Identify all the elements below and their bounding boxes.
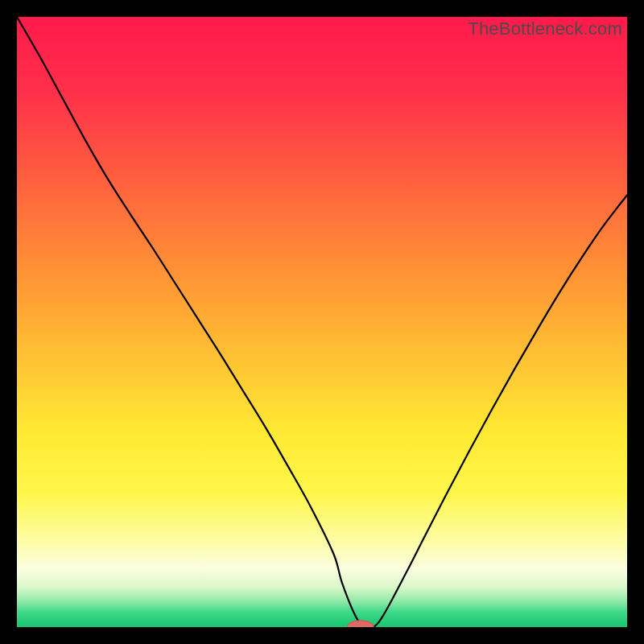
watermark-text: TheBottleneck.com	[468, 19, 622, 39]
chart-frame: TheBottleneck.com	[17, 17, 627, 627]
gradient-background	[17, 17, 627, 627]
bottleneck-plot	[17, 17, 627, 627]
